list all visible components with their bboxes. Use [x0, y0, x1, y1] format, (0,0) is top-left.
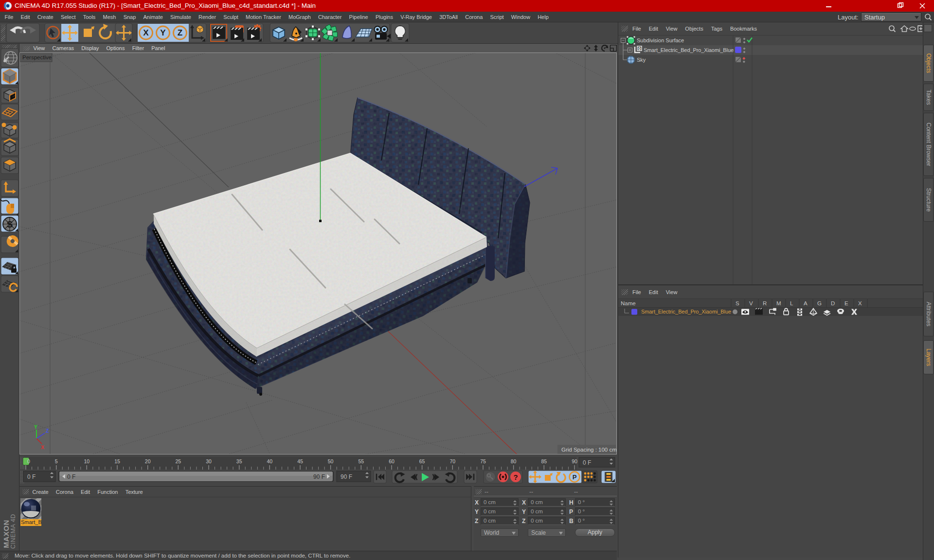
- svg-text:L: L: [790, 300, 793, 306]
- svg-text:55: 55: [358, 458, 364, 464]
- svg-text:0: 0: [638, 46, 641, 51]
- svg-text:A: A: [804, 300, 808, 306]
- svg-text:85: 85: [541, 458, 547, 464]
- svg-text:20: 20: [145, 458, 151, 464]
- svg-text:V: V: [749, 300, 753, 306]
- svg-text:X: X: [858, 300, 862, 306]
- svg-text:S: S: [736, 300, 739, 306]
- svg-text:30: 30: [206, 458, 212, 464]
- svg-text:70: 70: [449, 458, 455, 464]
- svg-text:Name: Name: [621, 300, 636, 306]
- svg-text:Smart_Electric_Bed_Pro_Xiaomi_: Smart_Electric_Bed_Pro_Xiaomi_Blue: [644, 47, 734, 53]
- svg-text:40: 40: [267, 458, 272, 464]
- svg-text:80: 80: [511, 458, 517, 464]
- svg-text:25: 25: [175, 458, 181, 464]
- svg-text:R: R: [763, 300, 767, 306]
- svg-text:35: 35: [236, 458, 242, 464]
- svg-text:0 F: 0 F: [27, 473, 36, 480]
- svg-text:5: 5: [55, 458, 58, 464]
- svg-text:15: 15: [114, 458, 120, 464]
- svg-text:0 F: 0 F: [583, 459, 591, 466]
- svg-text:90 F: 90 F: [341, 473, 352, 480]
- svg-text:Sky: Sky: [637, 57, 646, 63]
- svg-text:50: 50: [328, 458, 334, 464]
- svg-text:60: 60: [389, 458, 395, 464]
- svg-text:?: ?: [513, 473, 518, 481]
- svg-text:M: M: [776, 300, 781, 306]
- svg-text:0: 0: [27, 458, 30, 464]
- svg-text:P: P: [573, 473, 577, 481]
- svg-text:Subdivision Surface: Subdivision Surface: [637, 37, 684, 43]
- svg-text:10: 10: [84, 458, 90, 464]
- svg-text:65: 65: [419, 458, 425, 464]
- svg-text:90: 90: [572, 458, 577, 464]
- svg-text:90 F: 90 F: [313, 473, 325, 480]
- svg-text:0 F: 0 F: [67, 473, 75, 480]
- svg-text:G: G: [817, 300, 822, 306]
- svg-text:75: 75: [480, 458, 486, 464]
- svg-text:45: 45: [297, 458, 303, 464]
- svg-text:Smart_Electric_Bed_Pro_Xiaomi_: Smart_Electric_Bed_Pro_Xiaomi_Blue: [641, 309, 731, 315]
- svg-text:E: E: [844, 300, 848, 306]
- svg-text:D: D: [831, 300, 835, 306]
